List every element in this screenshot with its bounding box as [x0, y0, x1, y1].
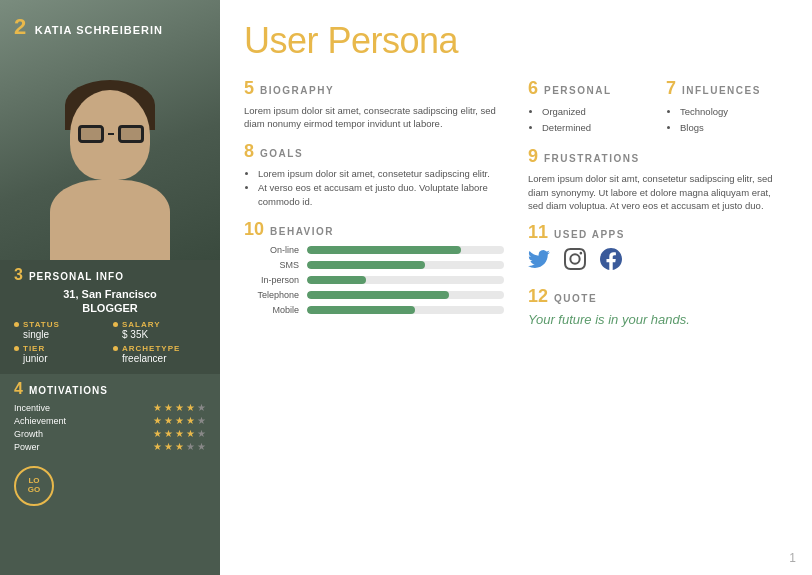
archetype-label: ARCHETYPE	[122, 344, 180, 353]
page-number: 1	[789, 551, 796, 565]
motivations-number: 4	[14, 380, 24, 398]
star-filled: ★	[153, 428, 162, 439]
personal-list: OrganizedDetermined	[528, 104, 650, 136]
motivation-row: Power★★★★★	[14, 441, 206, 452]
right-column: 6 PERSONAL OrganizedDetermined 7 INFLUEN…	[528, 78, 788, 327]
bar-fill	[307, 261, 425, 269]
star-filled: ★	[164, 415, 173, 426]
personal-info-number: 3	[14, 266, 24, 284]
influence-item: Technology	[680, 104, 788, 120]
behavior-section: 10 BEHAVIOR On-lineSMSIn-personTelephone…	[244, 219, 504, 315]
role: BLOGGER	[14, 302, 206, 314]
personal-title: PERSONAL	[544, 85, 612, 96]
motivation-label: Achievement	[14, 416, 79, 426]
quote-title: QUOTE	[554, 293, 597, 304]
behavior-bar-row: In-person	[244, 275, 504, 285]
personal-info-title: PERSONAL INFO	[29, 271, 124, 282]
biography-section: 5 BIOGRAPHY Lorem ipsum dolor sit amet, …	[244, 78, 504, 131]
behavior-bar-row: Telephone	[244, 290, 504, 300]
frustrations-number: 9	[528, 146, 538, 167]
biography-text: Lorem ipsum dolor sit amet, consecrate s…	[244, 104, 504, 131]
glasses-left	[78, 125, 104, 143]
location: 31, San Francisco	[14, 288, 206, 300]
bar-fill	[307, 276, 366, 284]
bar-fill	[307, 246, 461, 254]
glasses-bridge	[108, 133, 114, 135]
status-value: single	[14, 329, 107, 340]
bar-label: Telephone	[244, 290, 299, 300]
star-empty: ★	[197, 415, 206, 426]
tier-item: TIER junior	[14, 344, 107, 364]
tier-value: junior	[14, 353, 107, 364]
behavior-number: 10	[244, 219, 264, 240]
bar-label: In-person	[244, 275, 299, 285]
bar-track	[307, 276, 504, 284]
personal-item: Determined	[542, 120, 650, 136]
star-empty: ★	[186, 441, 195, 452]
star-filled: ★	[153, 415, 162, 426]
star-filled: ★	[175, 441, 184, 452]
star-filled: ★	[186, 402, 195, 413]
star-filled: ★	[164, 402, 173, 413]
star-filled: ★	[164, 428, 173, 439]
star-filled: ★	[153, 402, 162, 413]
main-content: User Persona 5 BIOGRAPHY Lorem ipsum dol…	[220, 0, 812, 575]
salary-dot	[113, 322, 118, 327]
bar-label: SMS	[244, 260, 299, 270]
bar-label: Mobile	[244, 305, 299, 315]
behavior-bars: On-lineSMSIn-personTelephoneMobile	[244, 245, 504, 315]
quote-text: Your future is in your hands.	[528, 312, 788, 327]
bar-track	[307, 306, 504, 314]
sidebar: 2 KATIA SCHREIBERIN 3 PERSONAL INFO 31, …	[0, 0, 220, 575]
influences-number: 7	[666, 78, 676, 99]
twitter-icon	[528, 248, 550, 276]
influences-title: INFLUENCES	[682, 85, 761, 96]
bar-fill	[307, 306, 415, 314]
motivation-label: Incentive	[14, 403, 79, 413]
star-filled: ★	[175, 415, 184, 426]
salary-item: SALARY $ 35K	[113, 320, 206, 340]
behavior-bar-row: SMS	[244, 260, 504, 270]
motivation-label: Power	[14, 442, 79, 452]
tier-dot	[14, 346, 19, 351]
frustrations-section: 9 FRUSTRATIONS Lorem ipsum dolor sit amt…	[528, 146, 788, 212]
tier-label: TIER	[23, 344, 45, 353]
behavior-bar-row: Mobile	[244, 305, 504, 315]
biography-title: BIOGRAPHY	[260, 85, 334, 96]
star-filled: ★	[153, 441, 162, 452]
star-filled: ★	[175, 402, 184, 413]
influence-item: Blogs	[680, 120, 788, 136]
goals-list: Lorem ipsum dolor sit amet, consetetur s…	[244, 167, 504, 210]
behavior-title: BEHAVIOR	[270, 226, 334, 237]
archetype-value: freelancer	[113, 353, 206, 364]
motivation-label: Growth	[14, 429, 79, 439]
motivation-stars: ★★★★★	[153, 428, 206, 439]
bar-label: On-line	[244, 245, 299, 255]
influences-section: 7 INFLUENCES TechnologyBlogs	[666, 78, 788, 136]
bar-fill	[307, 291, 449, 299]
goal-item: At verso eos et accusam et justo duo. Vo…	[258, 181, 504, 210]
profile-photo: 2 KATIA SCHREIBERIN	[0, 0, 220, 260]
personal-info-section: 3 PERSONAL INFO 31, San Francisco BLOGGE…	[0, 260, 220, 374]
biography-number: 5	[244, 78, 254, 99]
used-apps-section: 11 USED APPS	[528, 222, 788, 276]
frustrations-title: FRUSTRATIONS	[544, 153, 640, 164]
star-empty: ★	[197, 428, 206, 439]
personal-item: Organized	[542, 104, 650, 120]
archetype-item: ARCHETYPE freelancer	[113, 344, 206, 364]
status-item: STATUS single	[14, 320, 107, 340]
bar-track	[307, 291, 504, 299]
influences-list: TechnologyBlogs	[666, 104, 788, 136]
motivations-section: 4 MOTIVATIONS Incentive★★★★★Achievement★…	[0, 374, 220, 460]
personal-number: 6	[528, 78, 538, 99]
glasses-right	[118, 125, 144, 143]
star-empty: ★	[197, 441, 206, 452]
motivations-list: Incentive★★★★★Achievement★★★★★Growth★★★★…	[14, 402, 206, 452]
behavior-bar-row: On-line	[244, 245, 504, 255]
motivation-stars: ★★★★★	[153, 402, 206, 413]
page-title: User Persona	[244, 20, 788, 62]
logo: LOGO	[14, 466, 54, 506]
star-empty: ★	[197, 402, 206, 413]
used-apps-title: USED APPS	[554, 229, 625, 240]
salary-value: $ 35K	[113, 329, 206, 340]
